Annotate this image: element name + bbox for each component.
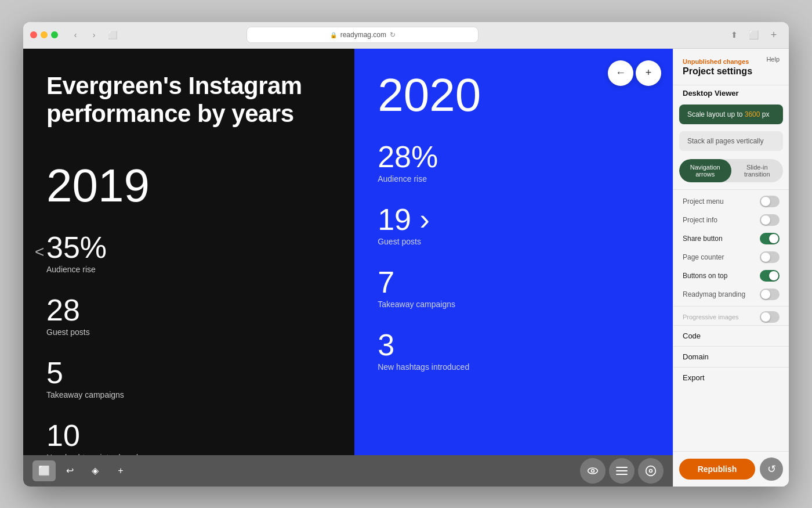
- nav-arrows-button[interactable]: Navigation arrows: [679, 159, 731, 182]
- domain-link[interactable]: Domain: [673, 346, 789, 367]
- svg-rect-3: [616, 470, 628, 471]
- layers-button[interactable]: ◈: [84, 460, 107, 481]
- panel-right: 2020 28% Audience rise 19 › Guest posts …: [354, 49, 673, 455]
- republish-button[interactable]: Republish: [679, 459, 755, 480]
- url-text: readymag.com: [340, 31, 386, 39]
- toggle-project-menu-label: Project menu: [683, 197, 724, 206]
- share-browser-button[interactable]: ⬆: [726, 27, 742, 43]
- slide-in-button[interactable]: Slide-in transition: [731, 159, 784, 182]
- minimize-traffic-light[interactable]: [41, 31, 48, 38]
- toggle-readymag-switch[interactable]: [760, 289, 780, 300]
- toggle-page-counter: Page counter: [673, 248, 789, 266]
- toggle-knob-5: [769, 271, 778, 280]
- right-stat-number-2: 19 ›: [378, 204, 650, 235]
- menu-button[interactable]: [609, 458, 635, 484]
- stat-number-4: 10: [46, 420, 331, 451]
- scale-layout-button[interactable]: Scale layout up to 3600 px: [679, 105, 783, 124]
- right-stat-block-3: 7 Takeaway campaigns: [378, 267, 650, 309]
- unpublished-label: Unpublished changes: [683, 58, 749, 65]
- left-nav-arrow[interactable]: <: [35, 243, 44, 261]
- stat-block-4: 10 New hashtags introduced: [46, 420, 331, 455]
- browser-back-button[interactable]: ‹: [67, 27, 84, 43]
- address-bar[interactable]: 🔒 readymag.com ↻: [246, 27, 478, 43]
- right-stat-number-1: 28%: [378, 142, 650, 172]
- sidebar-toggle-button[interactable]: ⬜: [104, 27, 121, 43]
- stack-pages-button[interactable]: Stack all pages vertically: [679, 131, 783, 151]
- refresh-icon[interactable]: ↻: [390, 31, 396, 39]
- toggle-project-info-label: Project info: [683, 216, 717, 224]
- toggle-share-label: Share button: [683, 235, 723, 243]
- toggle-project-menu-switch[interactable]: [760, 196, 780, 207]
- stat-label-4: New hashtags introduced: [46, 453, 331, 455]
- toggle-knob-6: [761, 290, 770, 299]
- stat-number-3: 5: [46, 358, 331, 388]
- toggle-buttons-on-top: Buttons on top: [673, 266, 789, 285]
- scale-text: Scale layout up to: [687, 110, 745, 118]
- canvas-toolbar: ⬜ ↩ ◈ +: [23, 455, 673, 487]
- scale-unit: px: [760, 110, 769, 118]
- toggle-knob-2: [761, 215, 770, 225]
- right-stat-label-1: Audience rise: [378, 174, 650, 183]
- right-stat-label-4: New hashtags introduced: [378, 362, 650, 372]
- right-sidebar: Unpublished changes Help Project setting…: [673, 49, 789, 487]
- svg-rect-2: [616, 467, 628, 468]
- desktop-view-button[interactable]: ⬜: [32, 460, 56, 481]
- fullscreen-browser-button[interactable]: ⬜: [746, 27, 762, 43]
- nav-style-picker: Navigation arrows Slide-in transition: [679, 159, 783, 182]
- svg-point-1: [592, 469, 594, 472]
- right-stat-number-3: 7: [378, 267, 650, 297]
- canvas-back-button[interactable]: ←: [608, 60, 633, 86]
- fullscreen-traffic-light[interactable]: [51, 31, 58, 38]
- code-link[interactable]: Code: [673, 325, 789, 346]
- stat-number-2: 28: [46, 295, 331, 325]
- toggle-knob-4: [761, 253, 770, 262]
- toggle-buttons-top-switch[interactable]: [760, 270, 780, 282]
- left-year: 2019: [46, 163, 331, 209]
- settings-button[interactable]: [638, 458, 664, 484]
- stat-label-1: Audience rise: [46, 265, 331, 274]
- canvas-add-button[interactable]: +: [636, 60, 661, 86]
- toggle-share-button: Share button: [673, 229, 789, 248]
- toggle-progressive-switch[interactable]: [760, 311, 780, 323]
- preview-button[interactable]: [580, 458, 606, 484]
- stat-block-1: 35% Audience rise: [46, 232, 331, 274]
- toggle-project-info-switch[interactable]: [760, 214, 780, 226]
- undo-button[interactable]: ↺: [760, 457, 783, 481]
- canvas-nav-controls: ← +: [608, 60, 661, 86]
- progressive-images-label: Progressive images: [683, 314, 739, 320]
- progressive-images-row: Progressive images: [673, 309, 789, 325]
- right-stat-label-3: Takeaway campaigns: [378, 300, 650, 309]
- add-tab-button[interactable]: +: [766, 27, 782, 43]
- sidebar-header: Unpublished changes Help Project setting…: [673, 49, 789, 85]
- right-stat-block-2: 19 › Guest posts: [378, 204, 650, 246]
- browser-actions: ⬆ ⬜ +: [726, 27, 782, 43]
- traffic-lights: [30, 31, 58, 38]
- help-link[interactable]: Help: [766, 56, 780, 63]
- stat-label-3: Takeaway campaigns: [46, 390, 331, 399]
- toggle-knob: [761, 197, 770, 206]
- right-stat-number-4: 3: [378, 330, 650, 360]
- close-traffic-light[interactable]: [30, 31, 37, 38]
- divider-2: [673, 306, 789, 307]
- toggle-project-menu: Project menu: [673, 192, 789, 211]
- stat-label-2: Guest posts: [46, 327, 331, 337]
- toggle-share-switch[interactable]: [760, 233, 780, 244]
- browser-content: Evergreen's Instagram performance by yea…: [23, 49, 789, 487]
- svg-point-0: [588, 468, 598, 474]
- hamburger-icon: [616, 467, 628, 475]
- toggle-readymag-branding: Readymag branding: [673, 285, 789, 304]
- divider-1: [673, 189, 789, 190]
- add-element-button[interactable]: +: [109, 460, 132, 481]
- svg-point-6: [650, 469, 652, 472]
- scale-value: 3600: [745, 110, 760, 118]
- history-button[interactable]: ↩: [58, 460, 81, 481]
- settings-icon: [645, 465, 657, 477]
- toggle-page-counter-switch[interactable]: [760, 251, 780, 263]
- browser-window: ‹ › ⬜ 🔒 readymag.com ↻ ⬆ ⬜ + Evergreen's…: [23, 22, 789, 487]
- bottom-right-controls: [580, 458, 664, 484]
- browser-chrome: ‹ › ⬜ 🔒 readymag.com ↻ ⬆ ⬜ +: [23, 22, 789, 49]
- export-link[interactable]: Export: [673, 367, 789, 388]
- browser-forward-button[interactable]: ›: [86, 27, 102, 43]
- stat-number-1: 35%: [46, 232, 331, 262]
- toggle-project-info: Project info: [673, 211, 789, 229]
